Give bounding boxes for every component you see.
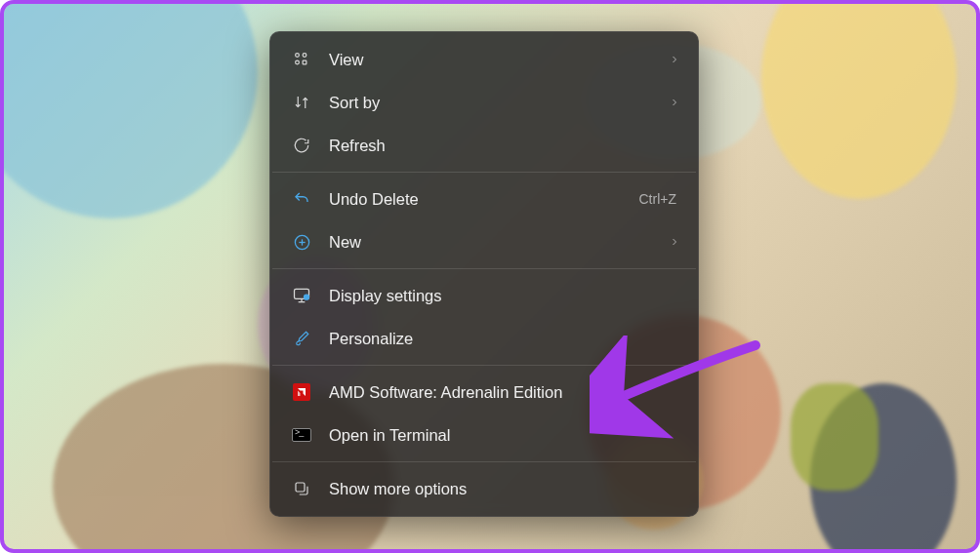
menu-item-view[interactable]: View [270, 38, 698, 81]
menu-item-label: View [329, 51, 669, 69]
svg-rect-3 [303, 60, 306, 64]
grid-icon [288, 46, 315, 73]
display-settings-icon [288, 282, 315, 309]
menu-item-label: Personalize [329, 330, 680, 348]
menu-item-display-settings[interactable]: Display settings [270, 274, 698, 317]
refresh-icon [288, 132, 315, 159]
brush-icon [288, 325, 315, 352]
svg-rect-11 [296, 483, 305, 492]
menu-item-personalize[interactable]: Personalize [270, 317, 698, 360]
menu-item-label: Open in Terminal [329, 426, 680, 445]
svg-point-0 [296, 54, 300, 58]
menu-item-undo-delete[interactable]: Undo Delete Ctrl+Z [270, 178, 698, 220]
chevron-right-icon [669, 51, 680, 69]
svg-point-1 [303, 54, 306, 58]
menu-item-refresh[interactable]: Refresh [270, 124, 698, 167]
menu-separator [272, 461, 696, 462]
screenshot-frame: View Sort by Refresh Un [0, 0, 980, 553]
menu-item-label: New [329, 233, 669, 252]
menu-separator [272, 365, 696, 366]
wallpaper-blob [761, 0, 957, 199]
menu-item-show-more-options[interactable]: Show more options [270, 467, 698, 510]
chevron-right-icon [669, 94, 680, 112]
svg-point-2 [296, 60, 300, 64]
wallpaper-blob [791, 383, 878, 491]
wallpaper-blob [0, 0, 258, 218]
menu-item-amd-software[interactable]: AMD Software: Adrenalin Edition [270, 371, 698, 414]
menu-separator [272, 172, 696, 173]
more-options-icon [288, 475, 315, 502]
plus-circle-icon [288, 228, 315, 256]
menu-item-label: Show more options [329, 480, 680, 498]
menu-item-label: Refresh [329, 137, 680, 155]
terminal-icon [288, 421, 315, 449]
amd-icon [288, 378, 315, 406]
menu-item-label: Sort by [329, 94, 669, 112]
menu-item-sort-by[interactable]: Sort by [270, 81, 698, 124]
menu-item-label: AMD Software: Adrenalin Edition [329, 383, 680, 402]
menu-item-label: Undo Delete [329, 190, 639, 209]
undo-icon [288, 185, 315, 213]
menu-item-open-terminal[interactable]: Open in Terminal [270, 414, 698, 456]
desktop-context-menu: View Sort by Refresh Un [269, 31, 699, 517]
svg-point-10 [305, 295, 309, 299]
menu-item-new[interactable]: New [270, 220, 698, 263]
menu-shortcut: Ctrl+Z [639, 191, 677, 207]
chevron-right-icon [669, 233, 680, 252]
sort-icon [288, 89, 315, 116]
menu-item-label: Display settings [329, 287, 680, 305]
menu-separator [272, 268, 696, 269]
